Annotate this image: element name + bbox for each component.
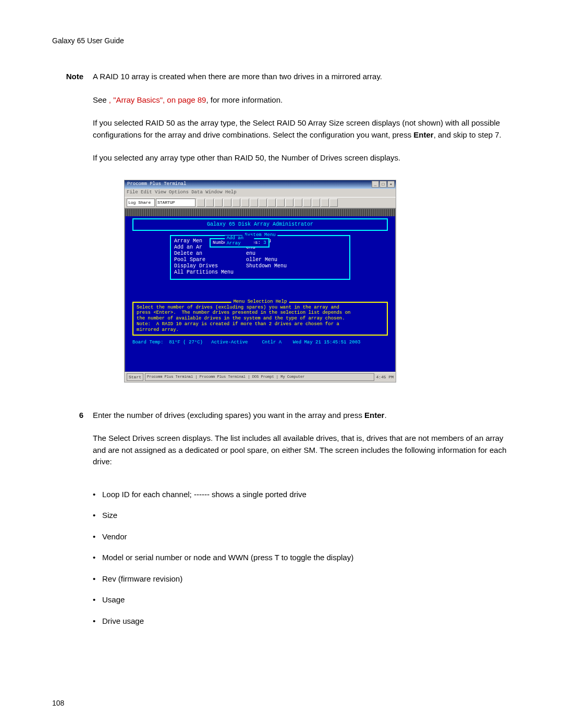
see-prefix: See — [93, 95, 109, 104]
raid50-text-b: , and skip to step 7. — [434, 130, 501, 139]
list-item: Model or serial number or node and WWN (… — [93, 552, 511, 564]
window-titlebar: Procomm Plus Terminal _ □ × — [125, 180, 396, 189]
step-6-row: 6 Enter the number of drives (excluding … — [52, 410, 511, 422]
toolbar-icon[interactable] — [214, 199, 223, 207]
toolbar-icon[interactable] — [321, 199, 329, 207]
toolbar-icon[interactable] — [205, 199, 214, 207]
close-icon[interactable]: × — [387, 181, 395, 188]
list-item: Drive usage — [93, 615, 511, 627]
minimize-icon[interactable]: _ — [372, 181, 379, 188]
select-drives-para: The Select Drives screen displays. The l… — [52, 433, 511, 468]
help-title: Menu Selection Help — [231, 299, 289, 305]
toolbar-icon[interactable] — [294, 199, 302, 207]
toolbar-icon[interactable] — [329, 199, 338, 207]
note-row: Note A RAID 10 array is created when the… — [52, 71, 511, 83]
screenshot-row: Procomm Plus Terminal _ □ × File Edit Vi… — [52, 176, 511, 398]
toolbar-icon[interactable] — [303, 199, 311, 207]
other-array-text: If you selected any array type other tha… — [93, 152, 511, 164]
select-drives-text: The Select Drives screen displays. The l… — [93, 433, 511, 468]
toolbar: Log Share STARTUP — [125, 197, 396, 208]
drive-info-list: Loop ID for each channel; ------ shows a… — [93, 489, 511, 627]
list-item: Loop ID for each channel; ------ shows a… — [93, 489, 511, 501]
see-row: See , "Array Basics", on page 89, for mo… — [52, 94, 511, 106]
help-box: Menu Selection Help Select the number of… — [132, 302, 388, 336]
admin-title-box: Galaxy 65 Disk Array Administrator — [132, 218, 388, 231]
add-array-popup: Add an Array Number of Drives: 3 — [210, 238, 270, 248]
document-page: Galaxy 65 User Guide Note A RAID 10 arra… — [0, 0, 563, 728]
toolbar-icon[interactable] — [276, 199, 285, 207]
step-6-text: Enter the number of drives (excluding sp… — [93, 410, 511, 422]
list-item: Rev (firmware revision) — [93, 573, 511, 585]
step6-b: . — [384, 411, 386, 419]
toolbar-icon[interactable] — [232, 199, 240, 207]
list-item: Usage — [93, 594, 511, 606]
enter-keyword-2: Enter — [364, 411, 384, 419]
list-item: Size — [93, 510, 511, 522]
status-bar: Board Temp: 81°F ( 27°C) Active-Active C… — [128, 338, 392, 348]
maximize-icon[interactable]: □ — [380, 181, 387, 188]
taskbar-clock: 4:45 PM — [376, 374, 394, 380]
raid50-para: If you selected RAID 50 as the array typ… — [52, 117, 511, 141]
toolbar-icon[interactable] — [267, 199, 276, 207]
cross-ref-link[interactable]: , "Array Basics", on page 89 — [109, 95, 206, 104]
help-text: Select the number of drives (excluding s… — [137, 305, 384, 333]
menu-area: System Menu Array Men ion Menu Add an Ar… — [170, 235, 350, 282]
bullet-list-row: Loop ID for each channel; ------ shows a… — [52, 479, 511, 637]
start-button[interactable]: Start — [127, 373, 143, 381]
toolbar-icon[interactable] — [285, 199, 293, 207]
note-body: A RAID 10 array is created when there ar… — [93, 71, 511, 83]
step6-a: Enter the number of drives (excluding sp… — [93, 411, 364, 419]
windows-taskbar: Start Procomm Plus Terminal | Procomm Pl… — [125, 372, 396, 382]
terminal-screenshot: Procomm Plus Terminal _ □ × File Edit Vi… — [124, 180, 396, 382]
popup-title: Add an Array — [225, 236, 254, 247]
step-number: 6 — [52, 410, 93, 422]
page-number: 108 — [52, 699, 64, 707]
decorative-stripe — [125, 209, 395, 216]
toolbar-icon[interactable] — [197, 199, 205, 207]
other-array-para: If you selected any array type other tha… — [52, 152, 511, 164]
taskbar-items[interactable]: Procomm Plus Terminal | Procomm Plus Ter… — [145, 373, 374, 381]
list-item: Vendor — [93, 531, 511, 543]
menu-bar[interactable]: File Edit View Options Data Window Help — [125, 189, 396, 197]
toolbar-icon[interactable] — [259, 199, 267, 207]
toolbar-dropdown-1[interactable]: Log Share — [127, 199, 155, 207]
toolbar-dropdown-2[interactable]: STARTUP — [156, 199, 195, 207]
running-header: Galaxy 65 User Guide — [52, 36, 511, 45]
window-title: Procomm Plus Terminal — [126, 181, 371, 188]
enter-keyword: Enter — [413, 130, 433, 139]
toolbar-icons — [197, 199, 338, 207]
terminal-area: Galaxy 65 Disk Array Administrator Syste… — [125, 208, 396, 372]
see-text: See , "Array Basics", on page 89, for mo… — [93, 94, 511, 106]
toolbar-icon[interactable] — [312, 199, 320, 207]
num-drives-value[interactable]: 3 — [263, 240, 266, 245]
note-label: Note — [52, 71, 93, 83]
toolbar-icon[interactable] — [223, 199, 231, 207]
toolbar-icon[interactable] — [250, 199, 258, 207]
see-suffix: , for more information. — [206, 95, 283, 104]
toolbar-icon[interactable] — [241, 199, 249, 207]
